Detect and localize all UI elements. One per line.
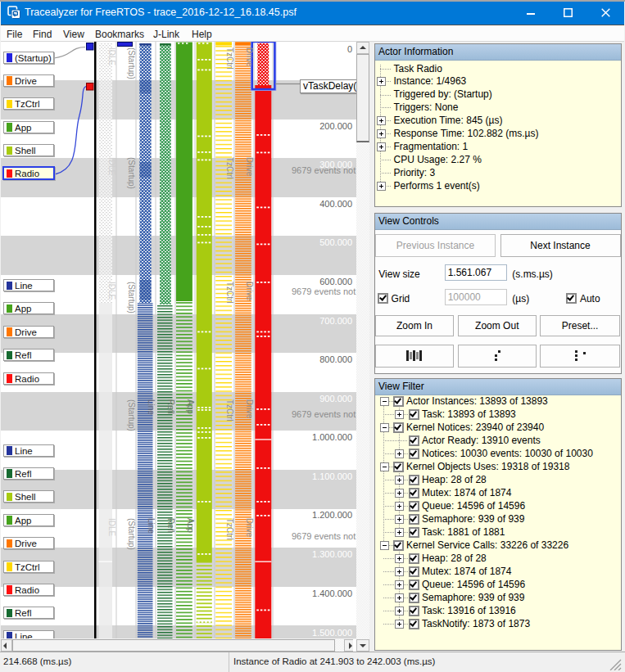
svg-text:App: App <box>186 518 195 533</box>
svg-text:(Startup): (Startup) <box>127 518 136 550</box>
svg-text:Drive: Drive <box>245 282 254 301</box>
svg-text:TzCtrl: TzCtrl <box>225 282 234 304</box>
svg-text:TzCtrl: TzCtrl <box>225 399 234 422</box>
svg-text:(Startup): (Startup) <box>127 47 136 79</box>
svg-text:Drive: Drive <box>245 157 254 177</box>
svg-text:Line: Line <box>147 399 156 415</box>
svg-text:Drive: Drive <box>245 47 254 67</box>
svg-text:TzCtrl: TzCtrl <box>225 518 234 540</box>
svg-text:IDLE: IDLE <box>107 47 116 66</box>
svg-text:Drive: Drive <box>245 518 254 538</box>
svg-text:(Startup): (Startup) <box>127 282 136 313</box>
svg-text:Line: Line <box>147 518 156 534</box>
svg-text:IDLE: IDLE <box>107 157 116 176</box>
svg-text:TzCtrl: TzCtrl <box>225 47 234 70</box>
svg-text:IDLE: IDLE <box>107 282 116 300</box>
svg-text:Drive: Drive <box>245 399 254 419</box>
svg-text:App: App <box>186 399 195 414</box>
svg-text:(Startup): (Startup) <box>127 157 136 189</box>
svg-text:TzCtrl: TzCtrl <box>225 157 234 179</box>
svg-text:(Startup): (Startup) <box>127 399 136 431</box>
svg-text:Refl: Refl <box>166 518 175 533</box>
svg-text:Refl: Refl <box>166 399 175 414</box>
svg-text:IDLE: IDLE <box>107 518 116 537</box>
